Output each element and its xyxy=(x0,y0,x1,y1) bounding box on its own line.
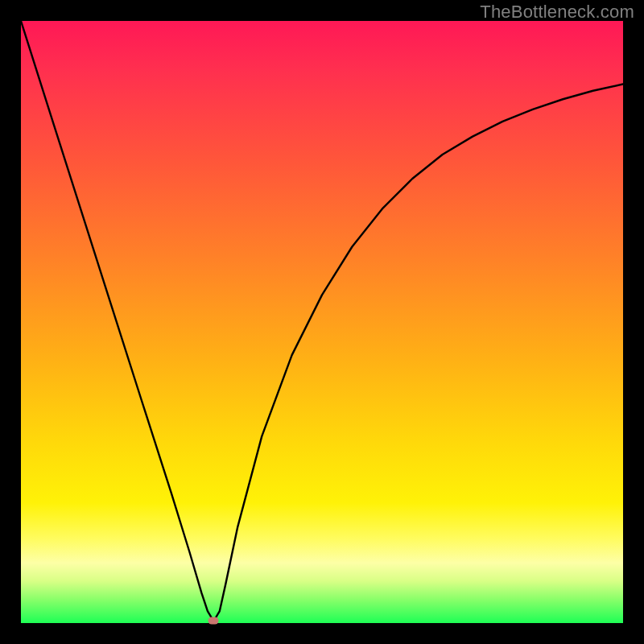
bottleneck-curve xyxy=(21,21,623,623)
chart-frame: TheBottleneck.com xyxy=(0,0,644,644)
curve-path xyxy=(21,21,623,621)
optimum-marker xyxy=(208,617,219,625)
watermark-text: TheBottleneck.com xyxy=(480,2,634,23)
plot-area xyxy=(21,21,623,623)
